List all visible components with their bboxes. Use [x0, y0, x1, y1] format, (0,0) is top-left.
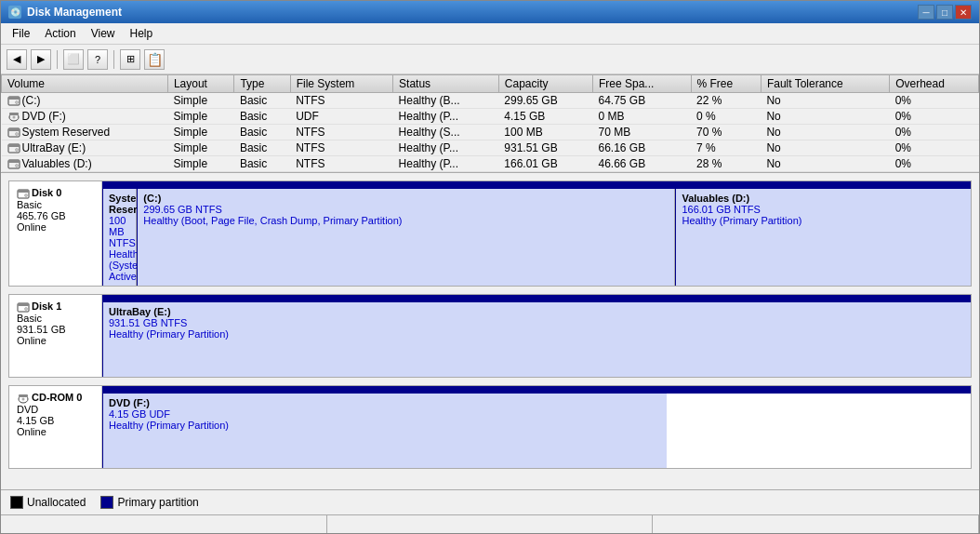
disk-type: Basic: [17, 199, 94, 210]
table-row[interactable]: (C:) Simple Basic NTFS Healthy (B... 299…: [2, 93, 979, 109]
col-type[interactable]: Type: [234, 75, 290, 93]
window-title: Disk Management: [27, 6, 122, 19]
up-button[interactable]: ⬜: [63, 49, 84, 70]
col-layout[interactable]: Layout: [167, 75, 233, 93]
status-segment-2: [327, 515, 654, 533]
disk-name: Disk 1: [17, 300, 94, 313]
cell-layout: Simple: [167, 140, 233, 156]
status-bar: [1, 514, 979, 533]
cell-type: Basic: [234, 140, 290, 156]
disk-partitions-disk0: System Reserved 100 MB NTFS Healthy (Sys…: [102, 181, 971, 286]
svg-point-11: [15, 149, 18, 152]
cell-fault: No: [761, 125, 889, 140]
partition[interactable]: DVD (F:) 4.15 GB UDF Healthy (Primary Pa…: [102, 394, 667, 468]
cell-overhead: 0%: [890, 109, 979, 125]
cell-layout: Simple: [167, 93, 233, 109]
col-overhead[interactable]: Overhead: [890, 75, 979, 93]
col-freespace[interactable]: Free Spa...: [592, 75, 691, 93]
app-icon: 💿: [8, 6, 21, 19]
cell-fs: NTFS: [290, 156, 392, 172]
cell-volume: UltraBay (E:): [2, 140, 168, 156]
disk-partitions-disk1: UltraBay (E:) 931.51 GB NTFS Healthy (Pr…: [102, 295, 971, 377]
disk-info-cdrom0: CD-ROM 0 DVD 4.15 GB Online: [9, 386, 102, 468]
status-segment-3: [653, 515, 979, 533]
partition-size: 166.01 GB NTFS: [682, 204, 965, 215]
cell-free: 0 MB: [592, 109, 691, 125]
menu-action[interactable]: Action: [37, 25, 83, 42]
partition[interactable]: UltraBay (E:) 931.51 GB NTFS Healthy (Pr…: [102, 302, 971, 377]
partition[interactable]: (C:) 299.65 GB NTFS Healthy (Boot, Page …: [137, 189, 675, 286]
partitions-row: UltraBay (E:) 931.51 GB NTFS Healthy (Pr…: [102, 302, 971, 377]
help-button[interactable]: ?: [87, 49, 108, 70]
svg-rect-1: [8, 97, 20, 100]
table-row[interactable]: UltraBay (E:) Simple Basic NTFS Healthy …: [2, 140, 979, 156]
col-pctfree[interactable]: % Free: [691, 75, 761, 93]
legend-primary-label: Primary partition: [117, 496, 198, 509]
partition[interactable]: Valuables (D:) 166.01 GB NTFS Healthy (P…: [675, 189, 971, 286]
table-row[interactable]: Valuables (D:) Simple Basic NTFS Healthy…: [2, 156, 979, 172]
content-area: Volume Layout Type File System Status Ca…: [1, 74, 979, 514]
menu-file[interactable]: File: [5, 25, 37, 42]
svg-rect-10: [8, 144, 20, 147]
cell-layout: Simple: [167, 125, 233, 140]
partition-status: Healthy (Primary Partition): [109, 420, 661, 431]
volume-table-section: Volume Layout Type File System Status Ca…: [1, 74, 979, 173]
svg-point-20: [25, 307, 28, 310]
partition-name: System Reserved: [109, 193, 130, 215]
table-row[interactable]: DVD (F:) Simple Basic UDF Healthy (P... …: [2, 109, 979, 125]
col-capacity[interactable]: Capacity: [498, 75, 592, 93]
disk-row-disk0: Disk 0 Basic 465.76 GB Online System Res…: [8, 180, 972, 287]
partition[interactable]: System Reserved 100 MB NTFS Healthy (Sys…: [102, 189, 137, 286]
partition-status: Healthy (Primary Partition): [109, 328, 965, 340]
svg-point-2: [15, 101, 18, 104]
col-status[interactable]: Status: [393, 75, 499, 93]
menu-help[interactable]: Help: [123, 25, 161, 42]
properties-button[interactable]: 📋: [144, 49, 165, 70]
partition-name: UltraBay (E:): [109, 306, 965, 317]
disk-status: Online: [17, 426, 94, 437]
svg-rect-13: [8, 160, 20, 163]
forward-button[interactable]: ▶: [31, 49, 51, 70]
cell-volume: Valuables (D:): [2, 156, 168, 172]
menu-view[interactable]: View: [84, 25, 123, 42]
close-button[interactable]: ✕: [955, 5, 972, 20]
partition-size: 931.51 GB NTFS: [109, 317, 965, 328]
svg-point-14: [15, 165, 18, 167]
partition-name: Valuables (D:): [682, 193, 965, 204]
title-controls: ─ □ ✕: [918, 5, 972, 20]
svg-point-8: [15, 133, 18, 136]
cell-status: Healthy (P...: [393, 156, 499, 172]
legend-bar: Unallocated Primary partition: [1, 489, 979, 514]
disk-name: CD-ROM 0: [17, 392, 94, 404]
partition-name: DVD (F:): [109, 397, 661, 408]
maximize-button[interactable]: □: [936, 5, 953, 20]
cell-type: Basic: [234, 125, 290, 140]
svg-rect-22: [19, 394, 28, 397]
title-bar-left: 💿 Disk Management: [8, 6, 122, 19]
minimize-button[interactable]: ─: [918, 5, 934, 20]
disk-bar: [102, 295, 971, 302]
col-filesystem[interactable]: File System: [290, 75, 392, 93]
cell-pct: 0 %: [691, 109, 761, 125]
partitions-row: System Reserved 100 MB NTFS Healthy (Sys…: [102, 189, 971, 286]
back-button[interactable]: ◀: [7, 49, 27, 70]
separator-1: [57, 50, 58, 69]
cell-status: Healthy (B...: [393, 93, 499, 109]
view-button[interactable]: ⊞: [120, 49, 140, 70]
cell-type: Basic: [234, 156, 290, 172]
partition-size: 299.65 GB NTFS: [143, 204, 669, 215]
partition-status: Healthy (Primary Partition): [682, 215, 965, 226]
disk-status: Online: [17, 335, 94, 346]
col-fault[interactable]: Fault Tolerance: [761, 75, 889, 93]
cell-fault: No: [761, 140, 889, 156]
cell-volume: System Reserved: [2, 125, 168, 140]
svg-point-17: [25, 194, 28, 196]
partition-name: (C:): [143, 193, 669, 204]
svg-rect-19: [18, 303, 29, 306]
cell-volume: (C:): [2, 93, 168, 109]
col-volume[interactable]: Volume: [2, 75, 168, 93]
cell-overhead: 0%: [890, 125, 979, 140]
legend-unallocated-label: Unallocated: [27, 496, 86, 509]
table-row[interactable]: System Reserved Simple Basic NTFS Health…: [2, 125, 979, 140]
cell-free: 70 MB: [592, 125, 691, 140]
